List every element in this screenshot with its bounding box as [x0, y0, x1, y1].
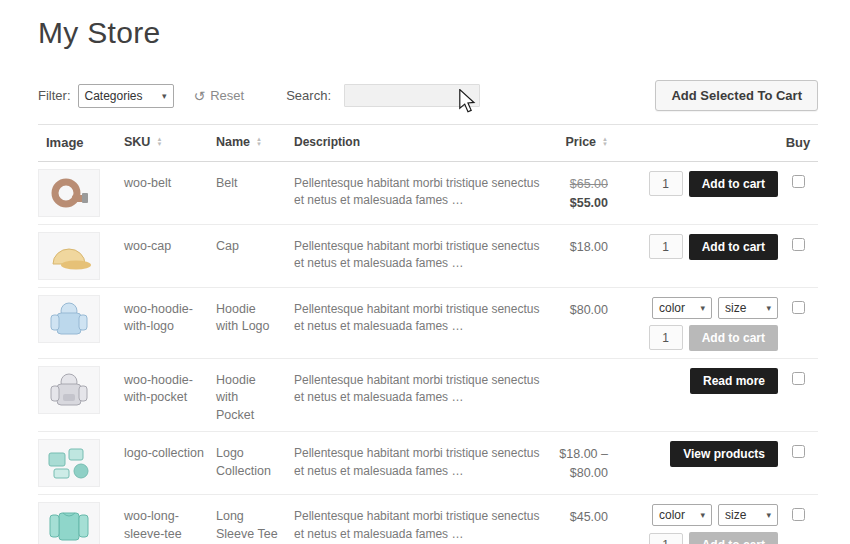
color-select[interactable]: color ▾ — [652, 297, 712, 319]
belt-image — [47, 175, 91, 211]
hoodie-image — [47, 299, 91, 339]
reset-icon: ↺ — [194, 88, 206, 104]
chevron-down-icon: ▾ — [766, 510, 771, 520]
toolbar: Filter: Categories ▾ ↺ Reset Search: Add… — [38, 80, 818, 111]
table-row: woo-hoodie-with-logo Hoodie with Logo Pe… — [38, 288, 818, 359]
long-sleeve-tee-image — [47, 506, 91, 544]
product-description: Pellentesque habitant morbi tristique se… — [294, 502, 556, 543]
table-header-row: Image SKU ▲▼ Name ▲▼ Description Price ▲… — [38, 125, 818, 162]
product-sku: woo-long-sleeve-tee — [122, 502, 216, 543]
product-name: Belt — [216, 169, 294, 193]
add-selected-to-cart-button[interactable]: Add Selected To Cart — [655, 80, 818, 111]
product-image — [38, 439, 100, 487]
product-description: Pellentesque habitant morbi tristique se… — [294, 295, 556, 336]
product-sku: woo-hoodie-with-pocket — [122, 366, 216, 407]
table-row: woo-hoodie-with-pocket Hoodie with Pocke… — [38, 359, 818, 433]
product-description: Pellentesque habitant morbi tristique se… — [294, 366, 556, 407]
add-to-cart-button[interactable]: Add to cart — [689, 171, 778, 197]
select-product-checkbox[interactable] — [792, 445, 805, 458]
header-cart-spacer — [612, 141, 778, 143]
product-description: Pellentesque habitant morbi tristique se… — [294, 439, 556, 480]
product-sku: woo-belt — [122, 169, 216, 193]
add-to-cart-button[interactable]: Add to cart — [689, 532, 778, 544]
product-sku: woo-hoodie-with-logo — [122, 295, 216, 336]
chevron-down-icon: ▾ — [700, 303, 705, 313]
logo-collection-image — [45, 444, 93, 482]
price-current: $55.00 — [556, 194, 608, 213]
header-description: Description — [294, 134, 556, 151]
product-price: $18.00 — [556, 232, 612, 257]
product-name: Logo Collection — [216, 439, 294, 480]
table-row: logo-collection Logo Collection Pellente… — [38, 432, 818, 495]
product-table: Image SKU ▲▼ Name ▲▼ Description Price ▲… — [38, 124, 818, 544]
product-name: Long Sleeve Tee — [216, 502, 294, 543]
reset-link[interactable]: ↺ Reset — [194, 88, 245, 104]
add-to-cart-button[interactable]: Add to cart — [689, 234, 778, 260]
color-select[interactable]: color ▾ — [652, 504, 712, 526]
product-price: $65.00 $55.00 — [556, 169, 612, 213]
quantity-input[interactable] — [649, 234, 683, 259]
product-sku: woo-cap — [122, 232, 216, 256]
quantity-input[interactable] — [649, 533, 683, 544]
category-filter-value: Categories — [85, 89, 143, 103]
product-name: Hoodie with Pocket — [216, 366, 294, 425]
search-label: Search: — [286, 88, 331, 103]
product-description: Pellentesque habitant morbi tristique se… — [294, 232, 556, 273]
size-select[interactable]: size ▾ — [718, 297, 778, 319]
search-input[interactable] — [344, 84, 480, 107]
filter-label: Filter: — [38, 88, 71, 103]
select-product-checkbox[interactable] — [792, 301, 805, 314]
header-sku[interactable]: SKU ▲▼ — [122, 134, 216, 152]
product-price: $18.00 – $80.00 — [556, 439, 612, 483]
sort-icon[interactable]: ▲▼ — [602, 137, 608, 147]
price-current: $45.00 — [570, 510, 608, 524]
select-product-checkbox[interactable] — [792, 508, 805, 521]
table-row: woo-cap Cap Pellentesque habitant morbi … — [38, 225, 818, 288]
product-image — [38, 169, 100, 217]
select-product-checkbox[interactable] — [792, 372, 805, 385]
product-name: Hoodie with Logo — [216, 295, 294, 336]
product-price: $80.00 — [556, 295, 612, 320]
price-old: $65.00 — [556, 175, 608, 194]
price-current: $18.00 — [570, 240, 608, 254]
product-price: $45.00 — [556, 502, 612, 527]
header-buy: Buy — [778, 135, 818, 150]
reset-label: Reset — [210, 88, 244, 103]
category-filter-select[interactable]: Categories ▾ — [78, 84, 174, 108]
sort-icon[interactable]: ▲▼ — [256, 137, 262, 147]
quantity-input[interactable] — [649, 325, 683, 350]
product-image — [38, 502, 100, 544]
page-title: My Store — [38, 16, 818, 50]
product-image — [38, 366, 100, 414]
price-current: $80.00 — [570, 303, 608, 317]
header-image: Image — [38, 135, 122, 150]
header-price[interactable]: Price ▲▼ — [556, 133, 612, 152]
read-more-button[interactable]: Read more — [690, 368, 778, 394]
cap-image — [46, 239, 92, 273]
quantity-input[interactable] — [649, 171, 683, 196]
select-product-checkbox[interactable] — [792, 238, 805, 251]
product-sku: logo-collection — [122, 439, 216, 463]
sort-icon[interactable]: ▲▼ — [156, 137, 162, 147]
select-product-checkbox[interactable] — [792, 175, 805, 188]
table-row: woo-long-sleeve-tee Long Sleeve Tee Pell… — [38, 495, 818, 544]
product-image — [38, 295, 100, 343]
table-row: woo-belt Belt Pellentesque habitant morb… — [38, 162, 818, 225]
add-to-cart-button[interactable]: Add to cart — [689, 325, 778, 351]
product-description: Pellentesque habitant morbi tristique se… — [294, 169, 556, 210]
hoodie-pocket-image — [47, 370, 91, 410]
price-range: $18.00 – $80.00 — [559, 447, 608, 480]
chevron-down-icon: ▾ — [162, 91, 167, 101]
view-products-button[interactable]: View products — [670, 441, 778, 467]
chevron-down-icon: ▾ — [700, 510, 705, 520]
size-select[interactable]: size ▾ — [718, 504, 778, 526]
product-image — [38, 232, 100, 280]
header-name[interactable]: Name ▲▼ — [216, 134, 294, 152]
product-price — [556, 366, 612, 372]
product-name: Cap — [216, 232, 294, 256]
chevron-down-icon: ▾ — [766, 303, 771, 313]
